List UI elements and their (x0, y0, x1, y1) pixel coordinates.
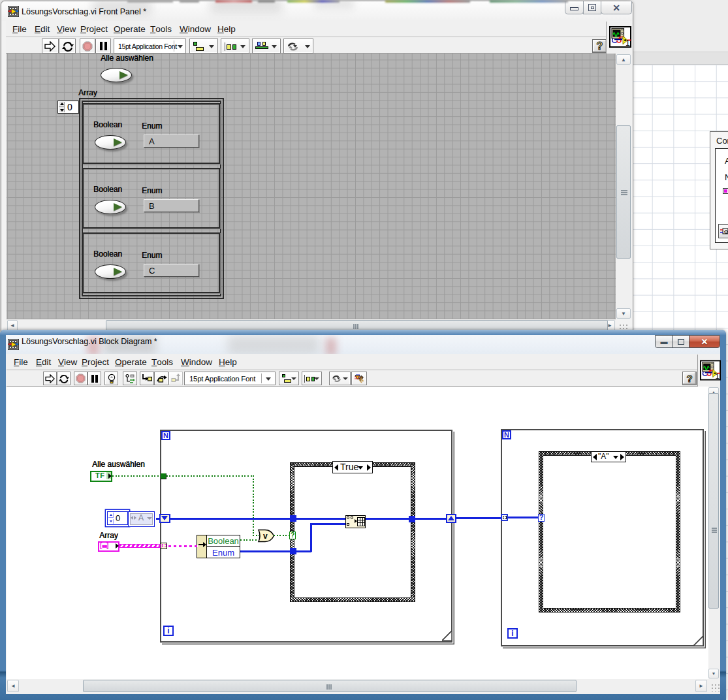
svg-text:1: 1 (716, 372, 720, 380)
svg-text:1: 1 (625, 39, 630, 48)
svg-text:⚙: ⚙ (724, 229, 728, 235)
svg-text:v: v (263, 532, 268, 541)
